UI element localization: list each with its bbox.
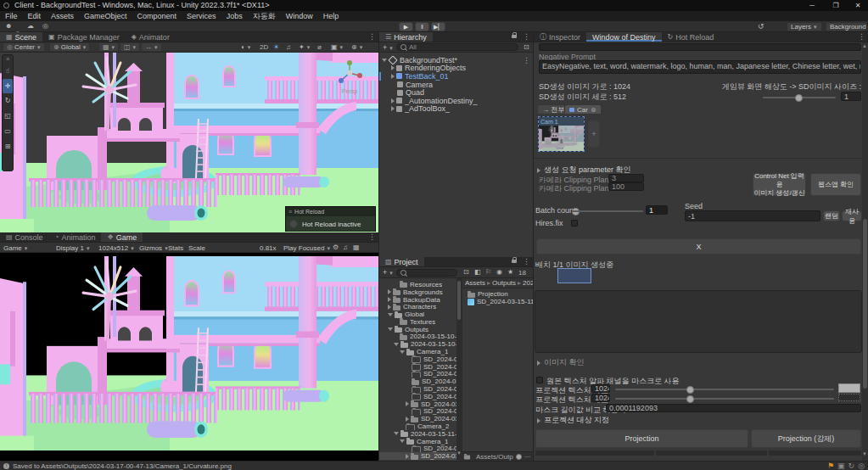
tree-item-sd_2024-03-[interactable]: SD_2024-03-: [379, 400, 456, 408]
hierarchy-search-input[interactable]: All: [396, 43, 518, 51]
add-camera-thumb-button[interactable]: +: [588, 120, 600, 148]
resolution-value-input[interactable]: 1: [841, 92, 861, 101]
gizmos-dropdown-icon[interactable]: ⊕: [351, 44, 362, 51]
clip-far-input[interactable]: 100: [608, 182, 644, 191]
proj-height-slider-knob[interactable]: [686, 395, 694, 403]
scene-tab-menu-icon[interactable]: ⋮: [366, 32, 378, 42]
hot-reload-status-icon[interactable]: [289, 220, 298, 228]
scene-orientation-gizmo[interactable]: Persp: [336, 59, 365, 97]
account-icon[interactable]: ☻: [5, 23, 12, 30]
tree-item-2024-03-15-10-25[interactable]: 2024-03-15-10-25: [379, 340, 456, 348]
tree-item-backgrounds[interactable]: Backgrounds: [379, 288, 456, 296]
project-menu-icon[interactable]: ⋮: [520, 257, 533, 266]
tab-window-of-destiny[interactable]: Window of Destiny: [586, 32, 662, 42]
inspector-scrollbar[interactable]: ▲ ▼: [862, 42, 868, 461]
layout-dropdown[interactable]: Background: [826, 22, 866, 31]
tree-item-resources[interactable]: Resources: [379, 281, 456, 288]
project-lock-icon[interactable]: [512, 260, 517, 263]
mask-tolerance-input[interactable]: 0.0001192093: [606, 404, 861, 412]
tree-item-_adtoolbox_[interactable]: _AdToolBox_: [379, 105, 533, 114]
progress-thumbnail[interactable]: [557, 268, 591, 283]
asset-zoom-slider-knob[interactable]: [516, 454, 522, 460]
project-saved-search-icon[interactable]: ⊡: [463, 269, 469, 276]
scroll-down-arrow-icon[interactable]: ▼: [862, 451, 867, 456]
grid-visibility-button[interactable]: ▦: [98, 42, 119, 52]
image-check-foldout[interactable]: 이미지 확인: [537, 357, 585, 368]
foldout-arrow-icon[interactable]: [388, 313, 393, 316]
proj-target-foldout[interactable]: 프로젝션 대상 지정: [537, 415, 609, 426]
layers-dropdown[interactable]: Layers: [787, 22, 822, 31]
foldout-arrow-icon[interactable]: [388, 305, 391, 310]
tab-inspector[interactable]: ⓘInspector: [534, 32, 586, 42]
snap-button[interactable]: ◫: [120, 42, 140, 52]
tree-item-testback_01[interactable]: TestBack_01: [379, 72, 533, 81]
foldout-arrow-icon[interactable]: [400, 439, 405, 443]
foldout-arrow-icon[interactable]: [394, 432, 399, 435]
asset-item-projection[interactable]: Projection: [468, 290, 533, 298]
audio-toggle-icon[interactable]: ♫: [286, 44, 291, 51]
foldout-arrow-icon[interactable]: [406, 401, 409, 406]
batch-slider[interactable]: [572, 210, 643, 212]
camera-thumbnail[interactable]: Cam 1: [538, 116, 585, 152]
proj-width-input[interactable]: 1024: [591, 384, 610, 393]
tree-item-sd_2024-03-[interactable]: SD_2024-03-: [379, 363, 456, 371]
tree-item-outputs[interactable]: Outputs: [379, 326, 456, 333]
project-search-input[interactable]: [396, 269, 457, 277]
project-create-button[interactable]: +: [383, 268, 393, 277]
resolution-slider-knob[interactable]: [795, 94, 803, 102]
menu-assets[interactable]: Assets: [46, 11, 79, 21]
menu-gameobject[interactable]: GameObject: [79, 11, 132, 21]
hierarchy-menu-icon[interactable]: ⋮: [520, 32, 533, 42]
seed-input[interactable]: -1: [685, 210, 820, 221]
minimize-button[interactable]: ─: [803, 0, 821, 11]
tree-item-sd_2024-03-[interactable]: SD_2024-03-: [379, 378, 456, 385]
tree-item-2024-03-15-10-21[interactable]: 2024-03-15-10-21: [379, 333, 456, 341]
tree-item-sd_2024-03-[interactable]: SD_2024-03-: [379, 415, 456, 422]
cancel-generation-button[interactable]: X: [536, 238, 861, 255]
tab-hierarchy[interactable]: ☰Hierarchy: [379, 32, 433, 42]
maximize-button[interactable]: ❐: [826, 0, 845, 11]
tree-item-quad[interactable]: Quad: [379, 88, 533, 97]
negative-prompt-input[interactable]: EasyNegative, text, word, watermark, log…: [539, 60, 861, 74]
resolution-dropdown[interactable]: 1024x512: [98, 244, 134, 252]
proj-width-slider-knob[interactable]: [686, 386, 694, 394]
filter-by-label-icon[interactable]: ⚐: [485, 269, 491, 276]
tree-item-backgroundtest-[interactable]: BackgroundTest*⋮: [379, 56, 533, 64]
inspector-menu-icon[interactable]: ⋮: [855, 32, 868, 42]
hidden-count-badge[interactable]: 18: [518, 269, 526, 277]
display-dropdown[interactable]: Display 1: [56, 244, 89, 252]
undo-history-icon[interactable]: ↺: [758, 23, 764, 31]
favorites-icon[interactable]: ★: [507, 269, 513, 276]
cloud-icon[interactable]: ☁: [27, 23, 34, 30]
view-tab-car[interactable]: Car ⊗: [564, 104, 602, 115]
tree-item-sd_2024-03-[interactable]: SD_2024-03-: [379, 355, 456, 363]
alpha-mask-checkbox[interactable]: [536, 377, 543, 383]
rotate-tool-icon[interactable]: ↻: [5, 93, 11, 109]
tab-game[interactable]: ❖Game: [101, 232, 143, 242]
overlay-drag-icon[interactable]: ≡: [288, 209, 292, 215]
scene-viewport[interactable]: ≡ ☝ ✛ ↻ ◱ ▭ ⊞ Persp ≡ Hot Reload Hot Rel…: [0, 53, 378, 232]
project-scrollbar[interactable]: ▼: [456, 278, 462, 460]
menu-component[interactable]: Component: [132, 11, 182, 21]
proj-height-input[interactable]: 1024: [591, 394, 610, 402]
tree-item-2024-03-15-11-42[interactable]: 2024-03-15-11-42: [379, 430, 456, 438]
menu-file[interactable]: File: [0, 11, 23, 21]
menu-jobs[interactable]: Jobs: [221, 11, 248, 21]
game-mode-dropdown[interactable]: Game: [3, 244, 27, 252]
hand-tool-icon[interactable]: ☝: [6, 64, 10, 79]
progress-status-icon[interactable]: ◎: [858, 462, 865, 470]
hires-fix-checkbox[interactable]: [571, 220, 578, 227]
menu-services[interactable]: Services: [182, 11, 221, 21]
frame-debugger-icon[interactable]: ⚙: [333, 244, 339, 251]
tree-item-sd_2024-03-[interactable]: SD_2024-03-: [379, 371, 456, 378]
rect-tool-icon[interactable]: ▭: [4, 124, 11, 139]
game-gizmos-dropdown[interactable]: Gizmos: [139, 244, 168, 252]
item-kebab-icon[interactable]: ⋮: [520, 56, 533, 64]
car-tab-close-icon[interactable]: ⊗: [591, 106, 596, 114]
foldout-arrow-icon[interactable]: [382, 59, 387, 62]
transform-tool-icon[interactable]: ⊞: [5, 139, 11, 154]
camera-settings-icon[interactable]: ▣: [331, 44, 343, 51]
filter-info-icon[interactable]: ◉: [496, 269, 502, 276]
game-viewport[interactable]: [0, 253, 378, 461]
pause-button[interactable]: ‖: [415, 22, 429, 31]
